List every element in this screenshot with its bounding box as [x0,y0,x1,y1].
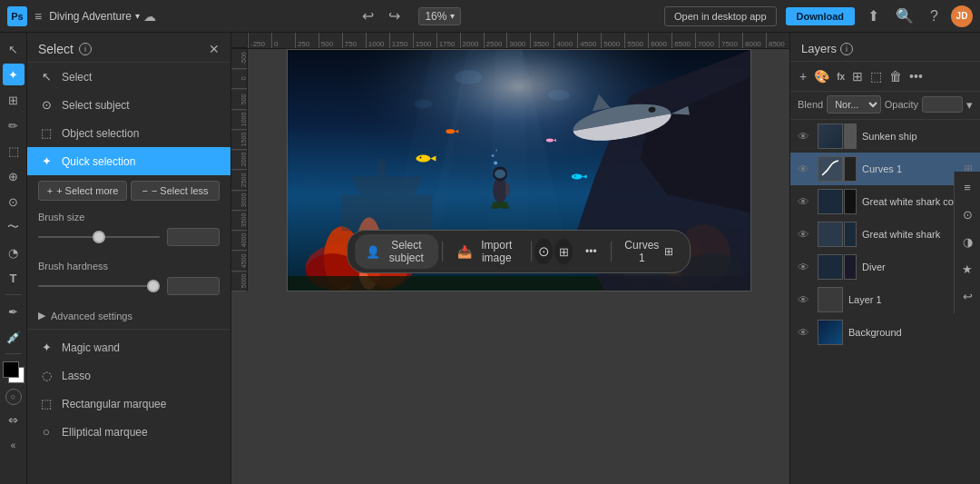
layer-group-button[interactable]: ⬚ [868,67,884,85]
panel-item-lasso[interactable]: ◌ Lasso [27,361,230,390]
layer-row-great-white-shark-co[interactable]: 👁 Great white shark co... [790,185,980,218]
panel-item-object-selection[interactable]: ⬚ Object selection [27,119,230,147]
layer-row-great-white-shark[interactable]: 👁 Great white shark [790,218,980,251]
add-layer-button[interactable]: + [798,67,808,85]
curves-button[interactable]: Curves 1 ⊞ [615,234,682,269]
import-image-button[interactable]: 📥 Import image [446,234,527,269]
properties-icon[interactable]: ⊙ [955,202,980,228]
select-less-button[interactable]: − − Select less [131,181,220,201]
fg-color-swatch[interactable] [3,361,19,378]
opacity-input[interactable]: 100% [922,96,963,113]
download-button[interactable]: Download [786,7,856,25]
transform-btn[interactable]: ⊞ [554,239,573,264]
layer-mask-thumb [844,123,857,149]
share-icon[interactable]: ⬆ [864,5,883,26]
blend-mode-select[interactable]: Nor... [827,95,881,114]
healing-tool-btn[interactable]: ⊕ [3,165,24,187]
layers-title-text: Layers [801,42,837,55]
brush-hardness-slider[interactable] [38,285,160,287]
crop-tool-btn[interactable]: ⊞ [3,89,24,111]
help-icon[interactable]: ? [926,6,942,26]
adjustments-icon[interactable]: ◑ [955,230,980,255]
brush-hardness-input[interactable]: 100% [167,277,220,295]
layers-panel-icon[interactable]: ≡ [955,175,980,201]
pen-tool-btn[interactable]: ✒ [3,301,24,322]
smudge-tool-btn[interactable]: 〜 [3,216,24,238]
close-panel-button[interactable]: ✕ [209,42,220,56]
layer-row-curves-1[interactable]: 👁 Curves 1 ⊞ [790,153,980,185]
panel-item-select-subject[interactable]: ⊙ Select subject [27,91,230,119]
visibility-icon[interactable]: 👁 [798,228,812,242]
open-desktop-button[interactable]: Open in desktop app [664,6,777,26]
visibility-icon[interactable]: 👁 [798,163,812,176]
canvas-content[interactable]: 👤 Select subject 📥 Import image ⊙ ⊞ ••• [248,49,789,291]
visibility-icon[interactable]: 👁 [798,130,812,143]
layer-row-diver[interactable]: 👁 Diver [790,251,980,283]
person-icon: 👤 [366,245,380,259]
layer-thumb-group [818,189,857,214]
eraser-tool-btn[interactable]: ⬚ [3,140,24,162]
svg-point-27 [495,150,497,152]
hamburger-icon[interactable]: ≡ [34,9,42,24]
visibility-icon[interactable]: 👁 [798,326,812,340]
select-less-label: − Select less [152,185,209,196]
layer-row-background[interactable]: 👁 Background [790,316,980,349]
layers-info-icon[interactable]: i [840,43,853,55]
search-icon[interactable]: 🔍 [892,5,917,26]
eyedropper-btn[interactable]: 💉 [3,326,24,348]
vertical-ruler: -500 0 500 1000 1500 2000 2500 3000 3500… [231,49,248,291]
info-icon[interactable]: i [79,43,92,55]
layer-fx-button[interactable]: fx [835,70,847,84]
advanced-settings-toggle[interactable]: ▶ Advanced settings [27,302,230,329]
zoom-control[interactable]: 16% ▾ [418,7,461,25]
history-icon[interactable]: ↩ [955,284,980,310]
more-layers-button[interactable]: ••• [907,67,925,85]
layer-row-sunken-ship[interactable]: 👁 Sunken ship [790,120,980,153]
panel-item-magic-wand[interactable]: ✦ Magic wand [27,333,230,361]
layer-thumb-group [818,287,843,312]
select-tool-btn[interactable]: ↖ [3,38,24,60]
toolbar-separator [5,294,22,295]
move-arrow-btn[interactable]: ⇔ [3,409,24,430]
select-more-button[interactable]: + + Select more [38,181,127,201]
color-swatches [3,361,24,383]
circle-select-btn[interactable]: ⊙ [534,239,553,264]
panel-item-rect-marquee[interactable]: ⬚ Rectangular marquee [27,390,230,418]
panel-item-select[interactable]: ↖ Select [27,63,230,91]
delete-layer-button[interactable]: 🗑 [887,67,904,85]
clone-stamp-btn[interactable]: ⊙ [3,191,24,212]
text-tool-btn[interactable]: T [3,267,24,289]
svg-rect-22 [505,183,510,195]
collapse-sidebar-btn[interactable]: « [3,434,24,456]
dodge-tool-btn[interactable]: ◔ [3,242,24,263]
brush-tool-btn[interactable]: ✏ [3,114,24,136]
panel-item-quick-selection[interactable]: ✦ Quick selection [27,147,230,175]
visibility-icon[interactable]: 👁 [798,261,812,274]
layer-mask-button[interactable]: ⊞ [850,67,865,85]
avatar[interactable]: JD [951,5,973,27]
opacity-chevron[interactable]: ▾ [966,98,973,112]
select-options-group: + + Select more − − Select less [27,175,230,204]
svg-point-38 [573,175,575,177]
select-subject-button[interactable]: 👤 Select subject [355,234,438,269]
undo-button[interactable]: ↩ [358,5,377,26]
more-options-button[interactable]: ••• [574,241,608,262]
quick-select-btn[interactable]: ✦ [3,64,24,85]
svg-point-47 [547,90,569,101]
visibility-icon[interactable]: 👁 [798,195,812,209]
panel-item-elliptical-marquee[interactable]: ○ Elliptical marquee [27,418,230,446]
svg-point-33 [416,155,430,163]
layer-row-layer-1[interactable]: 👁 Layer 1 [790,283,980,316]
redo-button[interactable]: ↪ [385,5,404,26]
select-subject-label: Select subject [386,239,427,264]
toolbar-separator-2 [531,242,532,262]
layer-style-button[interactable]: 🎨 [812,67,831,85]
circle-tool-btn[interactable]: ○ [5,389,22,405]
magic-wand-icon: ✦ [38,341,54,354]
brush-size-slider[interactable] [38,236,160,238]
visibility-icon[interactable]: 👁 [798,293,812,307]
styles-icon[interactable]: ★ [955,257,980,282]
rect-marquee-label: Rectangular marquee [62,398,166,410]
brush-size-input[interactable]: 1000 px [167,228,220,246]
svg-point-35 [419,157,421,159]
